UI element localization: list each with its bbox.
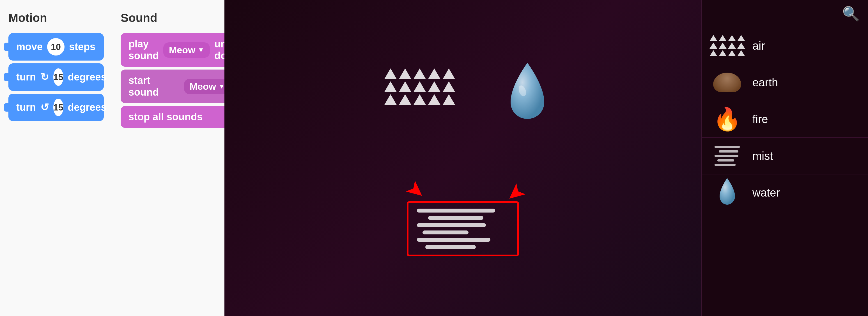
earth-label: earth (752, 76, 778, 89)
turn-cw-value[interactable]: 15 (53, 68, 63, 86)
water-element (508, 63, 547, 125)
motion-title: Motion (8, 11, 104, 25)
mist-icon-line-1 (715, 146, 740, 148)
play-sound-dropdown-value: Meow (169, 44, 195, 56)
stop-sounds-label: stop all sounds (128, 111, 203, 123)
earth-icon-container (710, 68, 744, 96)
air-icon-tri-9 (710, 50, 717, 56)
air-label: air (752, 39, 765, 52)
element-item-earth[interactable]: earth (702, 64, 868, 101)
sound-column: Sound play sound Meow ▼ until done start… (121, 11, 239, 305)
air-triangle-12 (399, 94, 411, 105)
air-triangle-6 (384, 81, 397, 92)
sound-title: Sound (121, 11, 239, 25)
start-sound-dropdown-value: Meow (190, 81, 216, 92)
center-panel: ➤ ➤ (224, 0, 701, 316)
air-triangle-14 (428, 94, 440, 105)
air-icon-tri-5 (710, 43, 717, 49)
water-label: water (752, 186, 780, 199)
air-triangle-9 (428, 81, 440, 92)
turn-cw-label: turn (16, 71, 36, 83)
air-triangles (384, 68, 446, 105)
search-bar[interactable]: 🔍 (702, 0, 868, 28)
mist-icon (715, 146, 740, 166)
turn-cw-block[interactable]: turn ↻ 15 degrees (8, 63, 104, 91)
air-icon-tri-11 (728, 50, 736, 56)
motion-column: Motion move 10 steps turn ↻ 15 degrees t… (8, 11, 104, 305)
mist-icon-line-3 (715, 155, 738, 157)
element-item-fire[interactable]: 🔥 fire (702, 101, 868, 138)
start-sound-label: start sound (128, 74, 180, 98)
air-icon-tri-8 (737, 43, 745, 49)
fire-icon-container: 🔥 (710, 105, 744, 133)
mist-line-6 (425, 245, 476, 249)
search-icon[interactable]: 🔍 (842, 6, 860, 22)
air-icon-tri-7 (728, 43, 736, 49)
water-drop-svg (508, 63, 547, 125)
element-item-mist[interactable]: mist (702, 138, 868, 175)
air-triangle-1 (384, 68, 397, 79)
water-drop-container (508, 63, 547, 125)
element-item-water[interactable]: water (702, 175, 868, 211)
mist-icon-container (710, 142, 744, 170)
earth-icon (713, 73, 741, 92)
scene-wrapper: ➤ ➤ (351, 46, 575, 270)
turn-ccw-degrees-label: degrees (68, 101, 106, 113)
move-block[interactable]: move 10 steps (8, 33, 104, 61)
play-sound-block[interactable]: play sound Meow ▼ until done (121, 33, 239, 67)
turn-ccw-block[interactable]: turn ↺ 15 degrees (8, 94, 104, 121)
water-icon-container (710, 179, 744, 207)
air-triangle-3 (413, 68, 426, 79)
stop-sounds-block[interactable]: stop all sounds (121, 106, 239, 128)
mist-line-1 (417, 209, 495, 213)
air-triangle-15 (443, 94, 455, 105)
mist-icon-line-4 (717, 159, 734, 161)
turn-cw-degrees-label: degrees (68, 71, 106, 83)
mist-line-5 (417, 238, 490, 242)
start-sound-block[interactable]: start sound Meow ▼ (121, 69, 239, 103)
mist-line-2 (428, 216, 484, 220)
move-steps-label: steps (69, 41, 95, 53)
air-element (384, 68, 446, 105)
air-triangle-7 (399, 81, 411, 92)
mist-icon-line-5 (715, 164, 736, 166)
right-panel: 🔍 air earth (701, 0, 868, 316)
element-item-air[interactable]: air (702, 28, 868, 64)
air-icon-tri-12 (737, 50, 745, 56)
turn-ccw-label: turn (16, 101, 36, 113)
left-panel: Motion move 10 steps turn ↻ 15 degrees t… (0, 0, 224, 316)
play-sound-dropdown[interactable]: Meow ▼ (163, 42, 210, 58)
fire-icon: 🔥 (713, 106, 741, 132)
water-icon-svg (718, 178, 737, 208)
air-triangle-2 (399, 68, 411, 79)
fire-label: fire (752, 113, 768, 126)
turn-ccw-icon: ↺ (40, 101, 49, 113)
play-sound-label: play sound (128, 38, 159, 62)
air-icon-tri-6 (719, 43, 726, 49)
air-triangle-5 (443, 68, 455, 79)
air-icon-tri-2 (719, 35, 726, 41)
start-sound-dropdown[interactable]: Meow ▼ (184, 79, 230, 94)
air-icon-tri-3 (728, 35, 736, 41)
air-icon (710, 35, 745, 56)
mist-box-inner (407, 201, 519, 256)
mist-result-box (407, 201, 519, 256)
air-icon-tri-4 (737, 35, 745, 41)
air-triangle-4 (428, 68, 440, 79)
air-triangle-8 (413, 81, 426, 92)
move-value[interactable]: 10 (47, 38, 64, 56)
water-icon (718, 178, 737, 208)
air-triangle-13 (413, 94, 426, 105)
mist-line-4 (423, 230, 468, 234)
turn-cw-icon: ↻ (40, 71, 49, 83)
move-label: move (16, 41, 43, 53)
mist-label: mist (752, 150, 773, 162)
mist-line-3 (417, 223, 486, 227)
air-icon-tri-1 (710, 35, 717, 41)
start-sound-dropdown-arrow: ▼ (218, 83, 225, 90)
turn-ccw-value[interactable]: 15 (53, 99, 63, 116)
mist-icon-line-2 (719, 150, 738, 153)
play-sound-dropdown-arrow: ▼ (197, 46, 204, 54)
air-icon-container (710, 32, 744, 60)
air-triangle-11 (384, 94, 397, 105)
